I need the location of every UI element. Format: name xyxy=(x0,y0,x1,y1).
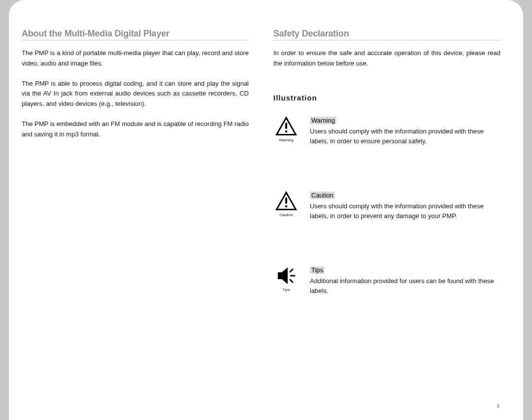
warning-text: Warning Users should comply with the inf… xyxy=(310,116,500,146)
caution-icon-block: Caution xyxy=(273,191,299,217)
illustration-row-warning: Warning Warning Users should comply with… xyxy=(273,116,500,146)
manual-page: About the Multi-Media Digital Player The… xyxy=(9,0,523,420)
speaker-icon xyxy=(275,265,298,286)
icon-caption: Caution xyxy=(279,213,293,217)
svg-marker-8 xyxy=(278,267,288,284)
warning-icon-block: Warning xyxy=(273,116,299,142)
illustration-row-caution: Caution Caution Users should comply with… xyxy=(273,191,500,221)
heading-rule: Safety Declaration xyxy=(273,29,500,40)
illustration-row-tips: Tips Tips Additional information provide… xyxy=(273,265,500,296)
svg-rect-2 xyxy=(285,123,287,129)
icon-caption: Warning xyxy=(279,138,294,142)
right-column: Safety Declaration In order to ensure th… xyxy=(273,29,500,405)
tips-text: Tips Additional information provided for… xyxy=(310,265,500,296)
section-heading-about: About the Multi-Media Digital Player xyxy=(22,29,169,39)
page-number: 1 xyxy=(497,403,499,408)
warning-triangle-icon xyxy=(275,116,298,136)
about-paragraph-2: The PMP is able to process digital codin… xyxy=(22,79,249,109)
about-paragraph-3: The PMP is embedded with an FM module an… xyxy=(22,119,249,140)
warning-label: Warning xyxy=(310,117,336,124)
caution-desc: Users should comply with the information… xyxy=(310,201,500,221)
section-heading-safety: Safety Declaration xyxy=(273,29,349,39)
svg-point-3 xyxy=(285,130,288,132)
caution-triangle-icon xyxy=(275,191,298,211)
tips-icon-block: Tips xyxy=(273,265,299,292)
illustration-subheading: Illustration xyxy=(273,94,500,102)
about-paragraph-1: The PMP is a kind of portable multi-medi… xyxy=(22,48,249,69)
svg-point-7 xyxy=(285,205,288,208)
warning-desc: Users should comply with the information… xyxy=(310,127,500,146)
icon-caption: Tips xyxy=(283,288,290,292)
left-column: About the Multi-Media Digital Player The… xyxy=(22,29,254,405)
caution-text: Caution Users should comply with the inf… xyxy=(310,191,500,221)
heading-rule: About the Multi-Media Digital Player xyxy=(22,29,249,40)
caution-label: Caution xyxy=(310,192,335,199)
tips-label: Tips xyxy=(310,266,325,274)
tips-desc: Additional information provided for user… xyxy=(310,276,500,296)
safety-intro: In order to ensure the safe and accurate… xyxy=(273,48,500,69)
svg-rect-6 xyxy=(285,197,287,204)
